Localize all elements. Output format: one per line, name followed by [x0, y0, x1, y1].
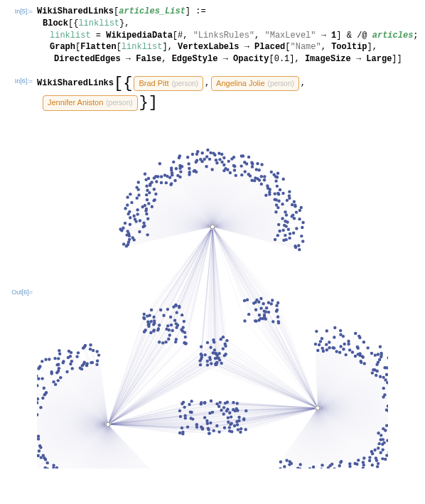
input-cell-5: In[5]:= WikiSharedLinks[articles_List] :… — [6, 6, 419, 65]
entity-angelina-jolie[interactable]: Angelina Jolie (person) — [211, 76, 299, 91]
local-var: linklist — [78, 18, 119, 28]
entity-jennifer-aniston[interactable]: Jennifer Aniston (person) — [43, 95, 138, 110]
set-delayed: := — [195, 6, 205, 16]
block-keyword: Block — [43, 18, 68, 28]
cell-label-in6: In[6]:= — [6, 75, 37, 85]
cell-label-in5: In[5]:= — [6, 6, 37, 15]
function-call: WikiSharedLinks — [37, 77, 114, 90]
code-block-6[interactable]: WikiSharedLinks[{ Brad Pitt (person) , A… — [37, 75, 419, 112]
output-cell-6: Out[6]= — [6, 114, 419, 468]
code-block-5[interactable]: WikiSharedLinks[articles_List] := Block[… — [37, 6, 419, 65]
input-cell-6: In[6]:= WikiSharedLinks[{ Brad Pitt (per… — [6, 75, 419, 112]
entity-brad-pitt[interactable]: Brad Pitt (person) — [134, 76, 203, 91]
graph-output[interactable] — [37, 114, 419, 468]
cell-label-out6: Out[6]= — [6, 286, 37, 296]
network-graph-canvas[interactable] — [37, 127, 388, 468]
linklist-assign: linklist — [50, 31, 91, 41]
function-definition-name: WikiSharedLinks — [37, 6, 114, 16]
arg-decl: articles_List — [119, 6, 185, 16]
